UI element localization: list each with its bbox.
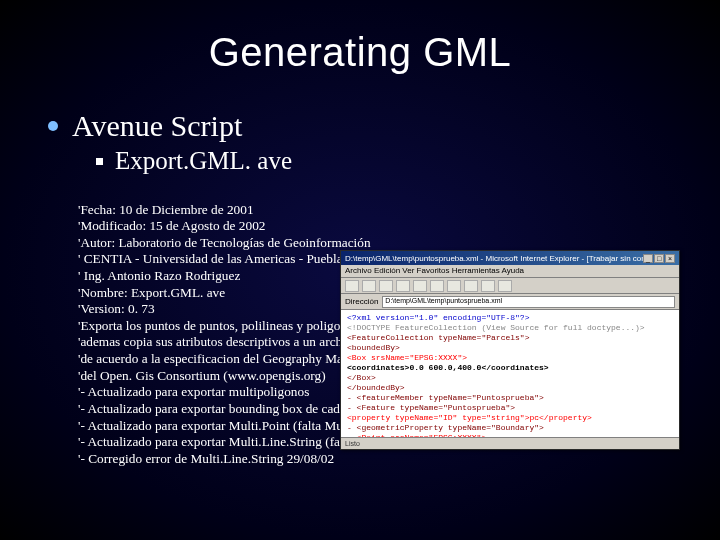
- code-line: 'Nombre: Export.GML. ave: [78, 285, 225, 300]
- browser-viewport: <?xml version="1.0" encoding="UTF-8"?> <…: [341, 310, 679, 437]
- maximize-button[interactable]: □: [654, 254, 664, 263]
- xml-node: <Box srsName="EPSG:XXXX">: [347, 353, 467, 362]
- xml-doctype: <!DOCTYPE FeatureCollection (View Source…: [347, 323, 673, 333]
- window-title: D:\temp\GML\temp\puntosprueba.xml - Micr…: [345, 254, 643, 263]
- window-buttons: _ □ ×: [643, 254, 675, 263]
- forward-button[interactable]: [362, 280, 376, 292]
- code-line: 'de acuerdo a la especificacion del Geog…: [78, 351, 367, 366]
- address-bar: Dirección D:\temp\GML\temp\puntosprueba.…: [341, 294, 679, 310]
- favorites-button[interactable]: [447, 280, 461, 292]
- code-line: 'Modificado: 15 de Agosto de 2002: [78, 218, 265, 233]
- print-button[interactable]: [498, 280, 512, 292]
- xml-node: - <geometricProperty typeName="Boundary"…: [347, 423, 544, 432]
- stop-button[interactable]: [379, 280, 393, 292]
- xml-node: - <featureMember typeName="Puntosprueba"…: [347, 393, 544, 402]
- browser-window: D:\temp\GML\temp\puntosprueba.xml - Micr…: [340, 250, 680, 450]
- back-button[interactable]: [345, 280, 359, 292]
- xml-node: </Box>: [347, 373, 376, 382]
- address-label: Dirección: [345, 297, 378, 306]
- status-bar: Listo: [341, 437, 679, 449]
- toolbar: [341, 278, 679, 294]
- xml-node: <property typeName="ID" type="string">pc…: [347, 413, 592, 422]
- search-button[interactable]: [430, 280, 444, 292]
- xml-node: <coordinates>0.0 600.0,400.0</coordinate…: [347, 363, 549, 372]
- bullet-item: Avenue Script: [48, 109, 672, 143]
- xml-node: - <Point srsName="EPSG:XXXX">: [347, 433, 486, 437]
- xml-declaration: <?xml version="1.0" encoding="UTF-8"?>: [347, 313, 673, 323]
- window-titlebar: D:\temp\GML\temp\puntosprueba.xml - Micr…: [341, 251, 679, 265]
- code-line: 'Autor: Laboratorio de Tecnologías de Ge…: [78, 235, 371, 250]
- xml-node: <FeatureCollection typeName="Parcels">: [347, 333, 529, 342]
- menu-bar[interactable]: Archivo Edición Ver Favoritos Herramient…: [341, 265, 679, 278]
- code-line: 'ademas copia sus atributos descriptivos…: [78, 334, 359, 349]
- xml-node: </boundedBy>: [347, 383, 405, 392]
- xml-node: <boundedBy>: [347, 343, 400, 352]
- history-button[interactable]: [464, 280, 478, 292]
- code-line: ' CENTIA - Universidad de las Americas -…: [78, 251, 343, 266]
- sub-bullet-text: Export.GML. ave: [115, 147, 292, 175]
- minimize-button[interactable]: _: [643, 254, 653, 263]
- xml-node: - <Feature typeName="Puntosprueba">: [347, 403, 515, 412]
- slide-title: Generating GML: [0, 0, 720, 75]
- home-button[interactable]: [413, 280, 427, 292]
- mail-button[interactable]: [481, 280, 495, 292]
- bullet-icon: [48, 121, 58, 131]
- sub-bullet-item: Export.GML. ave: [96, 147, 672, 175]
- address-input[interactable]: D:\temp\GML\temp\puntosprueba.xml: [382, 296, 675, 308]
- bullet-text: Avenue Script: [72, 109, 242, 143]
- code-line: ' Ing. Antonio Razo Rodriguez: [78, 268, 240, 283]
- code-line: 'Fecha: 10 de Diciembre de 2001: [78, 202, 254, 217]
- code-line: '- Actualizado para exportar multipoligo…: [78, 384, 309, 399]
- sub-bullet-icon: [96, 158, 103, 165]
- code-line: 'Exporta los puntos de puntos, polilinea…: [78, 318, 359, 333]
- code-line: '- Corregido error de Multi.Line.String …: [78, 451, 334, 466]
- code-line: 'Version: 0. 73: [78, 301, 155, 316]
- close-button[interactable]: ×: [665, 254, 675, 263]
- refresh-button[interactable]: [396, 280, 410, 292]
- code-line: 'del Open. Gis Consortium (www.opengis.o…: [78, 368, 326, 383]
